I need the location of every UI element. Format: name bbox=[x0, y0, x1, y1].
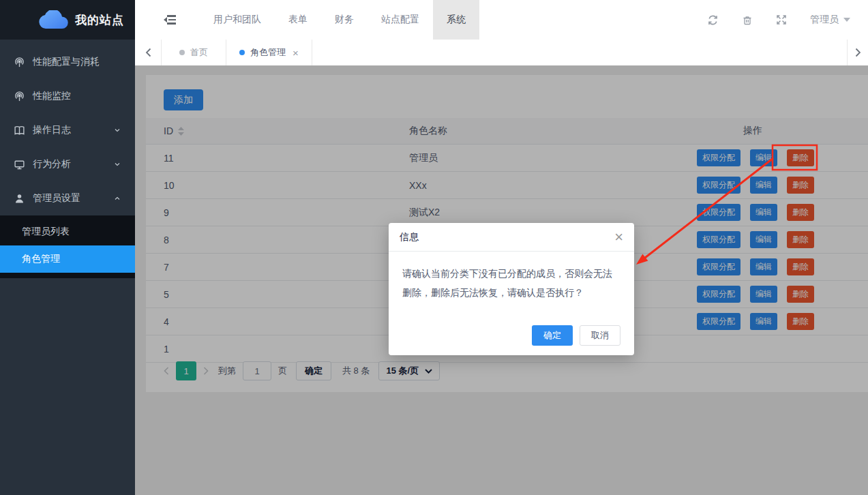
cloud-icon bbox=[38, 10, 68, 29]
nav-item-4[interactable]: 系统 bbox=[433, 0, 479, 40]
dialog-message: 请确认当前分类下没有已分配的成员，否则会无法删除，删除后无法恢复，请确认是否执行… bbox=[389, 252, 634, 316]
tab-dot bbox=[179, 50, 185, 55]
nav-item-3[interactable]: 站点配置 bbox=[368, 0, 433, 40]
site-title: 我的站点 bbox=[75, 12, 124, 28]
book-icon bbox=[14, 125, 33, 136]
dialog-title: 信息 bbox=[400, 231, 419, 243]
refresh-icon[interactable] bbox=[707, 14, 719, 26]
chevron-down-icon bbox=[113, 160, 121, 168]
logo-bar: 我的站点 bbox=[0, 0, 135, 40]
sidebar-item-label: 操作日志 bbox=[33, 124, 71, 136]
top-navbar: 用户和团队表单财务站点配置系统 bbox=[135, 0, 868, 40]
sidebar-item-0[interactable]: 性能配置与消耗 bbox=[0, 45, 135, 79]
chevron-up-icon bbox=[113, 194, 121, 202]
chevron-down-icon bbox=[113, 126, 121, 134]
tab-0[interactable]: 首页 bbox=[162, 40, 226, 65]
sidebar: 我的站点 性能配置与消耗性能监控操作日志行为分析管理员设置 管理员列表角色管理 bbox=[0, 0, 135, 495]
tab-label: 首页 bbox=[190, 46, 208, 59]
antenna-icon bbox=[14, 57, 33, 68]
sidebar-item-4[interactable]: 管理员设置 bbox=[0, 181, 135, 215]
user-name: 管理员 bbox=[810, 14, 839, 26]
main-area: 用户和团队表单财务站点配置系统 bbox=[135, 0, 868, 495]
dialog-footer: 确定 取消 bbox=[389, 316, 634, 355]
sidebar-item-2[interactable]: 操作日志 bbox=[0, 113, 135, 147]
confirm-dialog: 信息 × 请确认当前分类下没有已分配的成员，否则会无法删除，删除后无法恢复，请确… bbox=[389, 223, 634, 355]
close-icon[interactable]: × bbox=[614, 230, 623, 245]
submenu-item-0[interactable]: 管理员列表 bbox=[0, 218, 135, 245]
menu-fold-icon[interactable] bbox=[164, 15, 176, 25]
antenna-icon bbox=[14, 91, 33, 102]
tab-1[interactable]: 角色管理× bbox=[226, 40, 312, 65]
cancel-button[interactable]: 取消 bbox=[580, 325, 620, 346]
ok-button[interactable]: 确定 bbox=[532, 325, 573, 346]
sidebar-item-3[interactable]: 行为分析 bbox=[0, 147, 135, 181]
dialog-header: 信息 × bbox=[389, 223, 634, 252]
fullscreen-icon[interactable] bbox=[776, 14, 787, 25]
nav-item-1[interactable]: 表单 bbox=[275, 0, 321, 40]
submenu-item-1[interactable]: 角色管理 bbox=[0, 245, 135, 273]
user-icon bbox=[14, 193, 33, 205]
tab-dot bbox=[239, 50, 245, 55]
trash-icon[interactable] bbox=[742, 14, 753, 26]
nav-item-0[interactable]: 用户和团队 bbox=[200, 0, 275, 40]
tab-bar: 首页角色管理× bbox=[135, 40, 868, 66]
sidebar-item-label: 管理员设置 bbox=[33, 192, 80, 205]
sidebar-item-1[interactable]: 性能监控 bbox=[0, 79, 135, 113]
nav-item-2[interactable]: 财务 bbox=[321, 0, 368, 40]
tabs-scroll-left-icon[interactable] bbox=[135, 40, 162, 65]
nav-right: 管理员 bbox=[707, 0, 868, 40]
sidebar-item-label: 性能配置与消耗 bbox=[33, 56, 100, 68]
tab-close-icon[interactable]: × bbox=[293, 48, 299, 58]
monitor-icon bbox=[14, 159, 33, 170]
app-window: 我的站点 性能配置与消耗性能监控操作日志行为分析管理员设置 管理员列表角色管理 … bbox=[0, 0, 868, 495]
sidebar-item-label: 行为分析 bbox=[33, 158, 71, 170]
tabs-container: 首页角色管理× bbox=[162, 40, 312, 65]
sidebar-menu: 性能配置与消耗性能监控操作日志行为分析管理员设置 bbox=[0, 40, 135, 215]
sidebar-item-label: 性能监控 bbox=[33, 90, 71, 102]
sidebar-submenu: 管理员列表角色管理 bbox=[0, 215, 135, 278]
content-area: 添加 ID 角色名称 操作 11管理员权限分配编辑删除10XXx权限分配编辑删除… bbox=[135, 65, 868, 495]
chevron-down-icon bbox=[843, 18, 850, 22]
tab-label: 角色管理 bbox=[250, 46, 286, 59]
user-menu[interactable]: 管理员 bbox=[810, 14, 850, 26]
nav-items: 用户和团队表单财务站点配置系统 bbox=[200, 0, 479, 40]
tabs-scroll-right-icon[interactable] bbox=[847, 40, 868, 65]
